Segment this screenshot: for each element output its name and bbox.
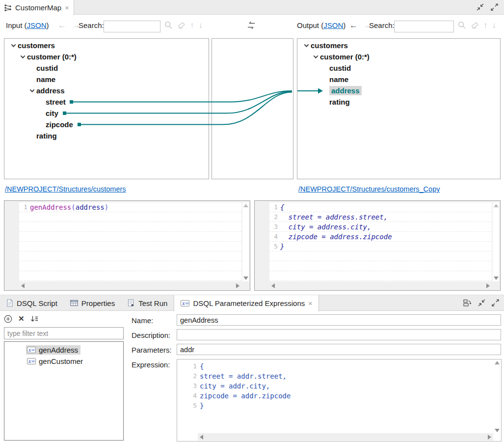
tab-dsql-script[interactable]: DSQL Script — [0, 295, 64, 311]
search-icon[interactable] — [458, 21, 466, 29]
tree-item[interactable]: customer (0:*) — [4, 51, 209, 62]
tab-title: CustomerMap — [15, 3, 61, 12]
editor-empty-row — [19, 281, 241, 281]
scroll-left-icon[interactable] — [21, 283, 25, 288]
restore-icon[interactable] — [463, 299, 472, 306]
minimize-icon[interactable] — [477, 3, 484, 11]
mapper-toolbar: Input (JSON) ← → Search: ↑ ↓ Output (JSO… — [0, 15, 504, 38]
chevron-down-icon[interactable] — [314, 54, 318, 58]
swap-direction-icon[interactable] — [246, 21, 256, 29]
minimize-icon[interactable] — [478, 299, 485, 306]
output-json-link[interactable]: JSON — [323, 21, 343, 29]
tree-item[interactable]: custid — [4, 62, 209, 74]
output-search-field[interactable] — [394, 21, 454, 32]
chevron-down-icon[interactable] — [30, 87, 35, 92]
maximize-icon[interactable] — [492, 299, 499, 306]
tab-customermap[interactable]: CustomerMap × — [0, 0, 74, 15]
input-search-field[interactable] — [104, 21, 160, 32]
output-structure-link[interactable]: /NEWPROJECT/Structures/customers_Copy — [298, 185, 440, 193]
code-line: 4zipcode = addr.zipcode — [177, 391, 493, 401]
scroll-left-icon[interactable] — [200, 435, 203, 440]
input-format: Input (JSON) — [6, 21, 49, 29]
output-label: Output — [297, 21, 319, 29]
sort-icon[interactable] — [30, 315, 38, 323]
chevron-down-icon[interactable] — [21, 54, 26, 58]
tree-item[interactable]: custid — [297, 62, 500, 74]
expression-icon: x= — [27, 358, 36, 364]
scroll-up-icon[interactable] — [243, 204, 248, 207]
tab-close-icon[interactable]: × — [65, 4, 69, 12]
list-item-genaddress[interactable]: x=genAddress — [4, 344, 123, 356]
tree-item[interactable]: rating — [297, 96, 500, 108]
maximize-icon[interactable] — [491, 3, 498, 11]
editor-empty-row — [269, 271, 492, 281]
delete-expression-icon[interactable]: ✕ — [18, 314, 25, 323]
scroll-up-icon[interactable] — [494, 204, 499, 207]
mapping-canvas[interactable] — [212, 38, 293, 179]
tree-item[interactable]: rating — [4, 130, 209, 141]
horizontal-scrollbar[interactable] — [269, 282, 492, 289]
tree-item[interactable]: city — [4, 108, 209, 119]
input-search-label: Search: — [79, 21, 104, 29]
tree-item[interactable]: name — [4, 74, 209, 85]
editor-empty-row — [269, 261, 492, 271]
view-tabbar: DSQL Script Properties Test Run x= DSQL … — [0, 295, 504, 311]
tree-item[interactable]: customers — [4, 40, 209, 51]
search-icon[interactable] — [164, 21, 173, 29]
scroll-down-icon[interactable] — [494, 277, 499, 280]
tab-properties[interactable]: Properties — [64, 295, 121, 311]
code-line: 3city = addr.city, — [177, 381, 493, 391]
output-back-icon[interactable]: ← — [349, 21, 358, 29]
clear-icon[interactable] — [471, 21, 479, 29]
scroll-down-icon[interactable] — [495, 429, 500, 432]
parameters-label: Parameters: — [132, 346, 172, 354]
tree-item[interactable]: zipcode — [4, 119, 209, 130]
scroll-left-icon[interactable] — [271, 283, 275, 288]
tree-item[interactable]: customers — [297, 40, 500, 51]
tab-test-run[interactable]: Test Run — [121, 295, 174, 311]
scroll-right-icon[interactable] — [488, 435, 491, 440]
name-field[interactable] — [177, 314, 501, 326]
tree-item[interactable]: address — [4, 85, 209, 96]
vertical-scrollbar[interactable] — [493, 202, 499, 281]
input-json-link[interactable]: JSON — [27, 21, 47, 29]
scroll-up-icon[interactable] — [495, 361, 500, 364]
input-back-icon[interactable]: ← — [58, 21, 66, 29]
filter-input[interactable] — [4, 327, 124, 339]
expression-icon: x= — [181, 300, 189, 306]
tab-close-icon[interactable]: × — [308, 300, 312, 307]
tree-item-selected[interactable]: address — [297, 85, 500, 96]
next-match-icon[interactable]: ↓ — [492, 21, 497, 29]
scroll-right-icon[interactable] — [236, 283, 239, 288]
table-icon — [70, 300, 78, 306]
input-label: Input — [6, 21, 22, 29]
editor-content[interactable]: 1 genAddress(address) — [19, 202, 241, 281]
horizontal-scrollbar[interactable] — [19, 282, 241, 289]
tab-dsql-parameterized-expressions[interactable]: x= DSQL Parameterized Expressions × — [174, 295, 319, 311]
scroll-right-icon[interactable] — [486, 283, 490, 288]
chevron-down-icon[interactable] — [304, 42, 309, 47]
code-line: 5} — [177, 401, 493, 411]
tree-item[interactable]: customer (0:*) — [297, 51, 500, 62]
prev-match-icon[interactable]: ↑ — [190, 21, 194, 29]
functions-list: x=genAddress x=genCustomer — [4, 341, 124, 441]
editor-content[interactable]: 1{ 2street = addr.street, 3city = addr.c… — [177, 361, 493, 432]
vertical-scrollbar[interactable] — [494, 361, 500, 432]
editor-content[interactable]: 1{ 2 street = address.street, 3 city = a… — [269, 202, 492, 281]
horizontal-scrollbar[interactable] — [198, 433, 493, 441]
input-nav: ← → — [58, 21, 80, 29]
chevron-down-icon[interactable] — [11, 42, 16, 47]
clear-icon[interactable] — [177, 21, 186, 29]
tree-item[interactable]: street — [4, 96, 209, 108]
vertical-scrollbar[interactable] — [242, 202, 249, 281]
mapping-icon — [4, 4, 12, 12]
next-match-icon[interactable]: ↓ — [199, 21, 203, 29]
input-structure-link[interactable]: /NEWPROJECT/Structures/customers — [5, 185, 126, 193]
parameters-field[interactable] — [177, 344, 501, 355]
prev-match-icon[interactable]: ↑ — [483, 21, 488, 29]
scroll-down-icon[interactable] — [243, 277, 248, 280]
list-item-gencustomer[interactable]: x=genCustomer — [4, 356, 123, 367]
add-expression-icon[interactable] — [4, 315, 12, 323]
description-field[interactable] — [177, 329, 501, 340]
tree-item[interactable]: name — [297, 74, 500, 85]
